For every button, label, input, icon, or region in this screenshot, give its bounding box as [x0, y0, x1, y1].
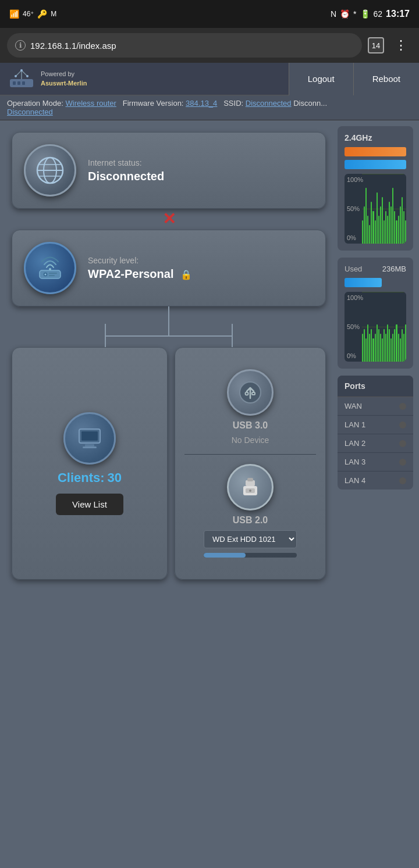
nav-buttons: Logout Reboot	[289, 63, 419, 95]
svg-line-6	[22, 70, 27, 76]
lock-icon: 🔒	[180, 270, 192, 280]
page-content: Powered by Asuswrt-Merlin Logout Reboot …	[0, 63, 419, 868]
firmware-value[interactable]: 384.13_4	[186, 99, 217, 108]
browser-menu[interactable]: ⋮	[390, 35, 412, 55]
v-line-icon	[168, 306, 169, 324]
usb2-device-select[interactable]: WD Ext HDD 1021	[204, 530, 297, 548]
ssid-value[interactable]: Disconnected	[246, 99, 292, 108]
info-bar: Operation Mode: Wireless router Firmware…	[0, 95, 419, 120]
clients-card[interactable]: Clients: 30 View List	[12, 347, 168, 580]
top-nav: Powered by Asuswrt-Merlin Logout Reboot	[0, 63, 419, 95]
disconnected-label: Disconn...	[293, 99, 327, 108]
bluetooth-icon: *	[353, 9, 356, 19]
view-list-button[interactable]: View List	[56, 494, 123, 515]
chart-bar	[365, 188, 367, 244]
chart-bar	[371, 202, 372, 244]
mem-chart-bars	[362, 292, 406, 362]
chart-bar	[380, 206, 381, 244]
mem-chart-bar	[392, 334, 393, 362]
clients-label: Clients:	[58, 470, 105, 485]
ssid-label: SSID:	[223, 99, 243, 108]
url-bar[interactable]: ℹ 192.168.1.1/index.asp	[7, 33, 362, 58]
mem-chart-bar	[382, 338, 383, 362]
port-indicator	[399, 459, 406, 466]
mem-chart-bar	[387, 324, 388, 362]
usb2-progress-bar	[204, 553, 297, 558]
router-info: Security level: WPA2-Personal 🔒	[88, 256, 192, 281]
chart-bar	[367, 216, 368, 244]
mem-chart-bar	[400, 338, 401, 362]
chart-bar	[385, 211, 386, 244]
memory-chart: 100% 50% 0%	[345, 292, 406, 362]
usb3-device: No Device	[232, 435, 269, 445]
port-row: WAN	[338, 397, 413, 416]
wifi-tx-bar	[345, 147, 406, 156]
chart-bar	[400, 206, 401, 244]
nfc-icon: N	[331, 9, 336, 19]
ports-section: Ports WAN LAN 1 LAN 2 LAN 3 LAN 4	[338, 376, 413, 490]
svg-rect-19	[49, 275, 55, 276]
internet-icon-circle	[24, 144, 76, 197]
alarm-icon: ⏰	[340, 9, 350, 19]
reboot-button[interactable]: Reboot	[353, 63, 419, 95]
mem-chart-bar	[372, 338, 374, 362]
internet-card[interactable]: Internet status: Disconnected	[12, 132, 326, 209]
battery-level: 62	[374, 9, 383, 19]
clients-count: Clients: 30	[58, 470, 122, 485]
chart-bar	[369, 225, 370, 244]
right-panel: 2.4GHz 100% 50% 0%	[338, 126, 413, 591]
browser-bar: ℹ 192.168.1.1/index.asp 14 ⋮	[0, 28, 419, 63]
port-row: LAN 3	[338, 453, 413, 471]
svg-rect-15	[40, 270, 61, 278]
memory-value: 236MB	[382, 265, 406, 273]
port-name: WAN	[345, 402, 399, 410]
memory-label: Used	[345, 265, 362, 273]
usb3-icon-circle	[227, 369, 274, 416]
port-row: LAN 2	[338, 434, 413, 453]
svg-point-17	[45, 274, 47, 276]
svg-rect-1	[13, 81, 16, 85]
chart-bar	[384, 220, 385, 244]
memory-bar	[345, 278, 382, 287]
security-value: WPA2-Personal 🔒	[88, 267, 192, 281]
tab-count[interactable]: 14	[368, 37, 384, 53]
url-text[interactable]: 192.168.1.1/index.asp	[30, 41, 354, 51]
status-right: N ⏰ * 🔋 62 13:17	[331, 9, 410, 19]
chart-bar	[396, 220, 397, 244]
port-name: LAN 4	[345, 476, 399, 485]
usb-card: USB 3.0 No Device USB	[175, 347, 326, 580]
line-connector	[12, 306, 326, 324]
chart-bar	[394, 211, 395, 244]
chart-bar	[382, 197, 383, 244]
ports-header: Ports	[338, 376, 413, 397]
powered-by: Powered by	[41, 70, 87, 78]
usb3-label: USB 3.0	[233, 420, 268, 431]
svg-rect-18	[49, 273, 57, 274]
wifi-band-title: 2.4GHz	[345, 133, 406, 142]
mem-chart-bar	[394, 329, 395, 362]
disconnected-x-icon: ✕	[162, 211, 176, 227]
mem-chart-bar	[378, 329, 379, 362]
firmware-label: Firmware Version:	[123, 99, 184, 108]
security-label: Security level:	[88, 256, 192, 265]
m-icon: M	[51, 10, 56, 18]
svg-rect-29	[247, 478, 253, 481]
ports-list: WAN LAN 1 LAN 2 LAN 3 LAN 4	[338, 397, 413, 490]
logout-button[interactable]: Logout	[289, 63, 353, 95]
usb3-icon	[235, 377, 265, 408]
mem-chart-bar	[369, 334, 370, 362]
status-disconnected[interactable]: Disconnected	[7, 108, 53, 116]
router-card[interactable]: Security level: WPA2-Personal 🔒	[12, 230, 326, 306]
svg-point-20	[49, 268, 51, 270]
mem-chart-bar	[385, 334, 386, 362]
operation-mode-value[interactable]: Wireless router	[65, 99, 116, 108]
chart-bar	[372, 211, 374, 244]
chart-bar	[377, 192, 378, 244]
brand-logo-icon	[7, 67, 36, 91]
internet-info: Internet status: Disconnected	[88, 158, 164, 183]
chart-bar	[387, 216, 388, 244]
svg-point-8	[15, 75, 17, 77]
mem-chart-bar	[396, 324, 397, 362]
svg-point-9	[26, 75, 29, 77]
chart-bar	[378, 216, 379, 244]
